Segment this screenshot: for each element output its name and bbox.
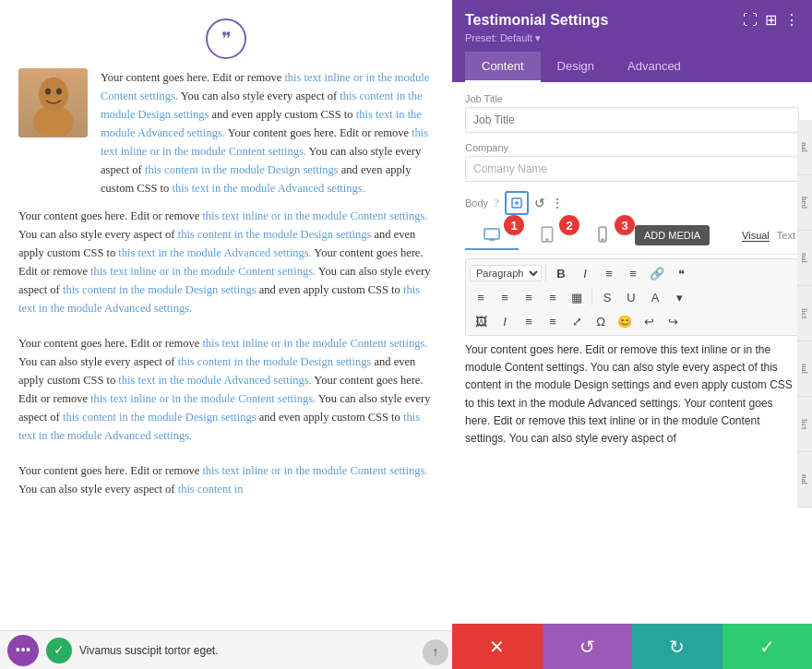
undo-icon[interactable]: ↺ [534, 196, 545, 211]
sidebar-label-4: lict [797, 286, 812, 341]
toolbar-row-1: Paragraph Heading 1 Heading 2 B I ≡ ≡ 🔗 … [470, 262, 794, 284]
editor-toolbar: Paragraph Heading 1 Heading 2 B I ≡ ≡ 🔗 … [465, 258, 799, 336]
check-icon: ✓ [46, 638, 72, 663]
status-text: Vivamus suscipit tortor eget. [79, 644, 219, 657]
tab-advanced[interactable]: Advanced [611, 52, 698, 82]
table-button[interactable]: ▦ [566, 286, 588, 308]
italic2-button[interactable]: I [494, 310, 516, 332]
cancel-button[interactable]: ✕ [452, 624, 543, 669]
body-label: Body [465, 197, 488, 209]
quote-icon: ❞ [206, 18, 246, 59]
company-field-group: Company [465, 142, 799, 182]
toolbar-row-3: 🖼 I ≡ ≡ ⤢ Ω 😊 ↩ ↪ [470, 310, 794, 332]
text-block-2: Your content goes here. Edit or remove t… [18, 207, 434, 317]
svg-point-13 [602, 239, 603, 241]
text-tab[interactable]: Text [777, 230, 795, 241]
bottom-bar: ✕ ↺ ↻ ✓ [452, 623, 812, 669]
visual-tab[interactable]: Visual [742, 230, 770, 242]
avatar [18, 68, 88, 137]
tab-design[interactable]: Design [541, 52, 611, 82]
strikethrough-button[interactable]: S [596, 286, 618, 308]
sidebar-label-2: hed [797, 175, 812, 231]
more-body-icon[interactable]: ⋮ [551, 196, 564, 211]
expand-icon[interactable]: ⛶ [743, 12, 758, 29]
device-row: 1 2 3 [465, 221, 799, 255]
tabs-row: Content Design Advanced [465, 52, 799, 82]
tab-content[interactable]: Content [465, 52, 541, 82]
sidebar-labels: nal hed nal lict nal lict nal [797, 120, 812, 508]
settings-body: Job Title Company Body ? [452, 82, 812, 623]
grid-icon[interactable]: ⊞ [765, 11, 777, 29]
sidebar-label-1: nal [797, 120, 812, 175]
svg-rect-8 [484, 229, 499, 239]
sidebar-label-6: lict [797, 397, 812, 452]
avatar-image [18, 68, 88, 137]
testimonial-text-1: Your content goes here. Edit or remove t… [101, 68, 434, 197]
toolbar-divider-2 [591, 289, 592, 305]
body-icon-button[interactable] [505, 191, 529, 215]
mobile-device-btn[interactable]: 3 [576, 221, 629, 250]
text-block-4: Your content goes here. Edit or remove t… [18, 461, 434, 498]
confirm-button[interactable]: ✓ [722, 624, 813, 669]
settings-panel: Testimonial Settings ⛶ ⊞ ⋮ Preset: Defau… [452, 0, 812, 669]
toolbar-divider-1 [545, 265, 546, 281]
sidebar-label-5: nal [797, 341, 812, 397]
indent-button[interactable]: ≡ [518, 310, 540, 332]
job-title-field-group: Job Title [465, 93, 799, 133]
underline-button[interactable]: U [620, 286, 642, 308]
desktop-device-btn[interactable]: 1 [465, 221, 519, 250]
svg-point-4 [39, 78, 68, 111]
job-title-input[interactable] [465, 107, 799, 133]
settings-title-row: Testimonial Settings ⛶ ⊞ ⋮ [465, 11, 799, 29]
undo-editor-button[interactable]: ↩ [638, 310, 660, 332]
text-block-3: Your content goes here. Edit or remove t… [18, 334, 434, 445]
body-help-icon[interactable]: ? [494, 196, 499, 210]
add-media-button[interactable]: ADD MEDIA [635, 225, 710, 245]
align-right-button[interactable]: ≡ [518, 286, 540, 308]
fullscreen-button[interactable]: ⤢ [566, 310, 588, 332]
company-label: Company [465, 142, 799, 153]
emoji-button[interactable]: 😊 [614, 310, 636, 332]
dropdown-btn[interactable]: ▾ [668, 286, 690, 308]
align-justify-button[interactable]: ≡ [542, 286, 564, 308]
testimonial-block: Your content goes here. Edit or remove t… [18, 68, 434, 197]
tablet-device-btn[interactable]: 2 [520, 221, 574, 250]
unordered-list-button[interactable]: ≡ [598, 262, 620, 284]
visual-text-tabs: Visual Text [742, 230, 795, 242]
align-left-button[interactable]: ≡ [470, 286, 492, 308]
sidebar-label-7: nal [797, 452, 812, 508]
settings-header: Testimonial Settings ⛶ ⊞ ⋮ Preset: Defau… [452, 0, 812, 82]
more-icon[interactable]: ⋮ [784, 11, 799, 29]
preset-row[interactable]: Preset: Default ▾ [465, 32, 799, 44]
bold-button[interactable]: B [550, 262, 572, 284]
settings-title: Testimonial Settings [465, 12, 608, 29]
scroll-up-button[interactable]: ↑ [423, 639, 448, 665]
redo-editor-button[interactable]: ↪ [662, 310, 684, 332]
italic-button[interactable]: I [574, 262, 596, 284]
blockquote-button[interactable]: ❝ [670, 262, 692, 284]
undo-button[interactable]: ↺ [543, 624, 633, 669]
ordered-list-button[interactable]: ≡ [622, 262, 644, 284]
align-center-button[interactable]: ≡ [494, 286, 516, 308]
more-options-button[interactable]: ••• [7, 635, 39, 666]
left-panel: ❞ Your content goes here. Edit or remove… [0, 0, 452, 669]
body-label-row: Body ? ↺ ⋮ [465, 191, 799, 215]
outdent-button[interactable]: ≡ [542, 310, 564, 332]
redo-button[interactable]: ↻ [632, 624, 722, 669]
status-bar: ••• ✓ Vivamus suscipit tortor eget. ↑ [0, 630, 452, 669]
editor-content[interactable]: Your content goes here. Edit or remove t… [465, 341, 799, 452]
quote-icon-container: ❞ [18, 18, 434, 59]
toolbar-row-2: ≡ ≡ ≡ ≡ ▦ S U A ▾ [470, 286, 794, 308]
omega-button[interactable]: Ω [590, 310, 612, 332]
body-field-group: Body ? ↺ ⋮ [465, 191, 799, 452]
sidebar-label-3: nal [797, 231, 812, 286]
paste-button[interactable]: 🖼 [470, 310, 492, 332]
settings-title-icons: ⛶ ⊞ ⋮ [743, 11, 799, 29]
color-button[interactable]: A [644, 286, 666, 308]
paragraph-select[interactable]: Paragraph Heading 1 Heading 2 [470, 265, 542, 281]
link-button[interactable]: 🔗 [646, 262, 668, 284]
company-input[interactable] [465, 156, 799, 182]
body-actions: ↺ ⋮ [534, 196, 564, 211]
svg-point-11 [546, 239, 548, 241]
job-title-label: Job Title [465, 93, 799, 104]
